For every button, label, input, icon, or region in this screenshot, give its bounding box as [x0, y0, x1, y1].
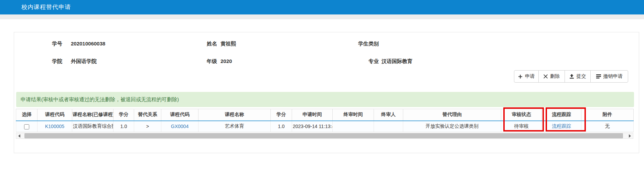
col-old-course-name: 课程名称(已修课程) — [72, 109, 114, 121]
old-course-name-cell: 汉语国际教育综合技 — [72, 121, 114, 132]
upload-icon — [569, 74, 574, 79]
reason-cell: 开放实验认定公选课类别 — [403, 121, 501, 132]
final-auditor-cell — [374, 121, 403, 132]
student-id-value: 202010060038 — [71, 41, 105, 46]
toolbar: 申请 删除 提交 撤销申请 — [514, 70, 628, 83]
new-course-code-cell: GX0004 — [161, 121, 198, 132]
major-label: 专业 — [337, 58, 379, 65]
student-id-label: 学号 — [21, 41, 62, 47]
new-course-code-link[interactable]: GX0004 — [171, 124, 189, 129]
col-old-credit: 学分 — [114, 109, 134, 121]
student-name-label: 姓名 — [176, 41, 217, 47]
submit-button-label: 提交 — [577, 73, 586, 80]
major-value: 汉语国际教育 — [382, 58, 412, 65]
grade-label: 年级 — [176, 58, 217, 65]
relation-cell: > — [134, 121, 161, 132]
scroll-right-button[interactable] — [627, 133, 633, 138]
x-icon — [544, 74, 548, 78]
scroll-right-arrow-icon — [629, 134, 631, 138]
submit-button[interactable]: 提交 — [565, 70, 591, 83]
result-notice: 申请结果(审核中或者审核通过的无法删除，被退回或无流程的可删除) — [16, 92, 634, 107]
college-value: 外国语学院 — [71, 58, 97, 65]
plus-icon — [518, 74, 523, 79]
highlight-box-audit-status — [503, 107, 544, 131]
new-course-name-cell: 艺术体育 — [198, 121, 271, 132]
college-label: 学院 — [21, 58, 62, 65]
withdraw-button[interactable]: 撤销申请 — [590, 70, 628, 83]
col-attachment: 附件 — [581, 109, 634, 121]
old-course-code-link[interactable]: K100005 — [45, 124, 64, 129]
tasks-icon — [596, 74, 601, 78]
withdraw-button-label: 撤销申请 — [603, 73, 623, 80]
scroll-left-button[interactable] — [16, 133, 22, 138]
apply-button-label: 申请 — [525, 73, 535, 80]
col-reason: 替代理由 — [403, 109, 501, 121]
scrollbar-thumb[interactable] — [24, 133, 623, 138]
old-course-code-cell: K100005 — [37, 121, 72, 132]
col-apply-time: 申请时间 — [292, 109, 333, 121]
page-title: 校内课程替代申请 — [21, 0, 71, 14]
row-checkbox[interactable] — [24, 124, 29, 129]
col-final-auditor: 终审人 — [374, 109, 403, 121]
col-new-course-code: 课程代码 — [161, 109, 198, 121]
new-credit-cell: 1.0 — [271, 121, 292, 132]
horizontal-scrollbar[interactable] — [16, 133, 633, 139]
old-credit-cell: 1.0 — [114, 121, 134, 132]
col-new-credit: 学分 — [271, 109, 292, 121]
attachment-cell: 无 — [581, 121, 634, 132]
final-audit-time-cell — [333, 121, 374, 132]
col-final-audit-time: 终审时间 — [333, 109, 374, 121]
select-cell — [16, 121, 37, 132]
student-name-value: 黄祖熙 — [221, 41, 236, 47]
col-relation: 替代关系 — [134, 109, 161, 121]
col-new-course-name: 课程名称 — [198, 109, 271, 121]
highlight-box-process-track — [546, 107, 586, 131]
student-category-label: 学生类别 — [337, 41, 379, 47]
scroll-left-arrow-icon — [18, 134, 20, 138]
col-select: 选择 — [16, 109, 37, 121]
subheader-strip — [0, 14, 644, 19]
apply-time-cell: 2023-09-14 11:13:4 — [292, 121, 333, 132]
delete-button-label: 删除 — [550, 73, 560, 80]
grade-value: 2020 — [221, 58, 232, 64]
page: 校内课程替代申请 学号 202010060038 姓名 黄祖熙 学生类别 学院 … — [0, 0, 644, 179]
delete-button[interactable]: 删除 — [538, 70, 565, 83]
col-old-course-code: 课程代码 — [37, 109, 72, 121]
top-title-bar: 校内课程替代申请 — [0, 0, 644, 14]
apply-button[interactable]: 申请 — [514, 70, 539, 83]
main-panel: 学号 202010060038 姓名 黄祖熙 学生类别 学院 外国语学院 年级 … — [14, 32, 639, 153]
